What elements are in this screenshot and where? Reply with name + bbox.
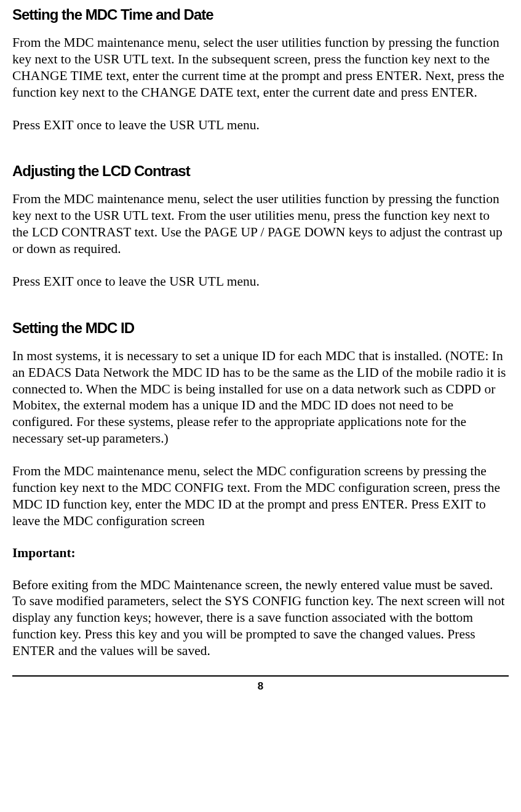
page-number: 8 bbox=[12, 680, 509, 693]
important-label: Important: bbox=[12, 545, 509, 561]
section-heading: Adjusting the LCD Contrast bbox=[12, 163, 509, 180]
section-heading: Setting the MDC Time and Date bbox=[12, 6, 509, 23]
footer-rule bbox=[12, 675, 509, 677]
document-page: Setting the MDC Time and Date From the M… bbox=[0, 0, 521, 705]
body-paragraph: From the MDC maintenance menu, select th… bbox=[12, 34, 509, 101]
body-paragraph: From the MDC maintenance menu, select th… bbox=[12, 463, 509, 529]
body-paragraph: Press EXIT once to leave the USR UTL men… bbox=[12, 117, 509, 134]
section-gap bbox=[12, 306, 509, 320]
section-gap bbox=[12, 149, 509, 163]
body-paragraph: Press EXIT once to leave the USR UTL men… bbox=[12, 273, 509, 290]
body-paragraph: In most systems, it is necessary to set … bbox=[12, 348, 509, 447]
body-paragraph: From the MDC maintenance menu, select th… bbox=[12, 191, 509, 257]
section-heading: Setting the MDC ID bbox=[12, 320, 509, 337]
body-paragraph: Before exiting from the MDC Maintenance … bbox=[12, 577, 509, 659]
